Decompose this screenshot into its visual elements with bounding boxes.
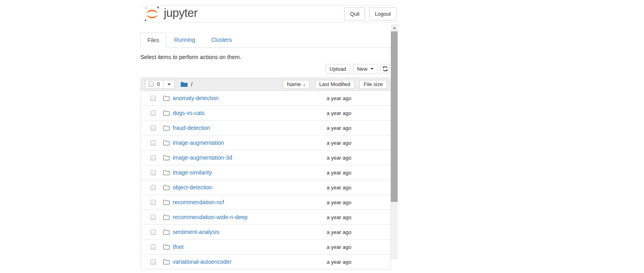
file-row: variational-autoencoder a year ago — [141, 254, 390, 269]
row-checkbox[interactable] — [151, 125, 156, 131]
header-actions: Quit Logout — [344, 7, 396, 21]
row-checkbox[interactable] — [151, 259, 156, 265]
file-list: anomaly-detection a year ago dogs-vs-cat… — [141, 91, 390, 269]
file-link[interactable]: image-augmentation — [173, 140, 224, 146]
upload-button[interactable]: Upload — [326, 64, 350, 74]
caret-down-icon — [370, 68, 374, 70]
folder-outline-icon — [163, 110, 170, 116]
folder-outline-icon — [163, 199, 170, 205]
row-checkbox[interactable] — [151, 244, 156, 250]
file-row: recommendation-ncf a year ago — [141, 195, 390, 209]
sort-name-label: Name — [287, 81, 301, 87]
row-checkbox[interactable] — [151, 200, 156, 205]
list-header: 0 / Name ↓ Last Modifie — [141, 78, 390, 91]
file-row: object-detection a year ago — [141, 180, 390, 195]
tab-files[interactable]: Files — [140, 33, 166, 48]
scrollbar-thumb[interactable] — [391, 31, 398, 202]
sort-arrow-down-icon: ↓ — [303, 81, 305, 87]
caret-down-icon — [167, 84, 171, 85]
file-row: image-similarity a year ago — [141, 165, 390, 180]
folder-outline-icon — [163, 125, 170, 131]
vertical-scrollbar[interactable] — [391, 24, 398, 259]
tab-bar: Files Running Clusters — [140, 33, 391, 48]
jupyter-logo-icon — [144, 6, 160, 22]
folder-outline-icon — [163, 185, 170, 191]
folder-outline-icon — [163, 170, 170, 176]
row-modified: a year ago — [303, 199, 351, 205]
file-link[interactable]: image-similarity — [173, 169, 212, 176]
jupyter-logo[interactable]: jupyter — [144, 6, 198, 22]
row-modified: a year ago — [303, 140, 351, 146]
folder-outline-icon — [163, 259, 170, 265]
tab-running[interactable]: Running — [166, 33, 203, 48]
folder-outline-icon — [163, 155, 170, 161]
refresh-icon — [382, 66, 388, 72]
file-row: dogs-vs-cats a year ago — [141, 105, 390, 120]
row-modified: a year ago — [303, 155, 351, 161]
file-row: image-augmentation-3d a year ago — [141, 150, 390, 165]
row-checkbox[interactable] — [151, 215, 156, 220]
jupyter-file-browser: jupyter Quit Logout Files Running Cluste… — [0, 0, 644, 273]
folder-outline-icon — [163, 140, 170, 146]
row-modified: a year ago — [303, 110, 351, 116]
row-checkbox[interactable] — [151, 111, 156, 116]
site-header: jupyter Quit Logout — [140, 5, 398, 23]
row-modified: a year ago — [303, 185, 351, 191]
file-list-panel: 0 / Name ↓ Last Modifie — [140, 78, 391, 269]
row-checkbox[interactable] — [151, 230, 156, 235]
sort-size-button[interactable]: File size — [359, 80, 387, 89]
select-dropdown-button[interactable] — [163, 80, 175, 89]
folder-outline-icon — [163, 95, 170, 101]
select-all-checkbox[interactable] — [149, 82, 154, 87]
row-checkbox[interactable] — [151, 155, 156, 160]
sort-modified-button[interactable]: Last Modified — [315, 80, 354, 89]
file-link[interactable]: image-augmentation-3d — [173, 154, 232, 161]
file-link[interactable]: fraud-detection — [173, 125, 210, 131]
row-checkbox[interactable] — [151, 140, 156, 146]
file-link[interactable]: sentiment-analysis — [173, 229, 219, 235]
file-link[interactable]: recommendation-ncf — [173, 199, 224, 205]
file-link[interactable]: dogs-vs-cats — [173, 110, 204, 116]
row-modified: a year ago — [303, 214, 351, 220]
select-all-button[interactable]: 0 — [145, 80, 163, 89]
folder-outline-icon — [163, 244, 170, 250]
row-modified: a year ago — [303, 125, 351, 131]
select-items-hint: Select items to perform actions on them. — [140, 54, 391, 60]
folder-outline-icon — [163, 214, 170, 220]
row-modified: a year ago — [303, 229, 351, 235]
toolbar: Upload New — [140, 64, 391, 74]
scroll-up-arrow-icon — [393, 27, 396, 29]
row-modified: a year ago — [303, 95, 351, 101]
file-link[interactable]: tfnet — [173, 244, 184, 250]
new-button-label: New — [357, 66, 367, 72]
file-row: anomaly-detection a year ago — [141, 91, 390, 105]
tab-clusters[interactable]: Clusters — [203, 33, 240, 48]
file-row: tfnet a year ago — [141, 239, 390, 254]
folder-outline-icon — [163, 229, 170, 235]
breadcrumb-path[interactable]: / — [191, 81, 192, 88]
row-modified: a year ago — [303, 244, 351, 250]
refresh-button[interactable] — [380, 64, 390, 74]
quit-button[interactable]: Quit — [344, 7, 365, 21]
logout-button[interactable]: Logout — [369, 7, 396, 21]
file-row: sentiment-analysis a year ago — [141, 224, 390, 239]
file-row: image-augmentation a year ago — [141, 135, 390, 150]
selected-count: 0 — [157, 81, 160, 87]
file-link[interactable]: anomaly-detection — [173, 95, 219, 101]
file-link[interactable]: recommendation-wide-n-deep — [173, 214, 248, 220]
file-link[interactable]: object-detection — [173, 184, 213, 191]
file-row: fraud-detection a year ago — [141, 120, 390, 135]
row-checkbox[interactable] — [151, 96, 156, 101]
logo-text: jupyter — [164, 7, 198, 21]
folder-icon — [180, 81, 188, 88]
file-row: recommendation-wide-n-deep a year ago — [141, 209, 390, 224]
file-link[interactable]: variational-autoencoder — [173, 259, 231, 265]
scrollbar-up-button[interactable] — [391, 24, 398, 31]
row-checkbox[interactable] — [151, 185, 156, 190]
breadcrumb: / — [180, 81, 283, 88]
row-modified: a year ago — [303, 259, 351, 265]
sort-name-button[interactable]: Name ↓ — [283, 80, 310, 89]
new-dropdown-button[interactable]: New — [353, 64, 378, 74]
row-modified: a year ago — [303, 170, 351, 176]
row-checkbox[interactable] — [151, 170, 156, 175]
